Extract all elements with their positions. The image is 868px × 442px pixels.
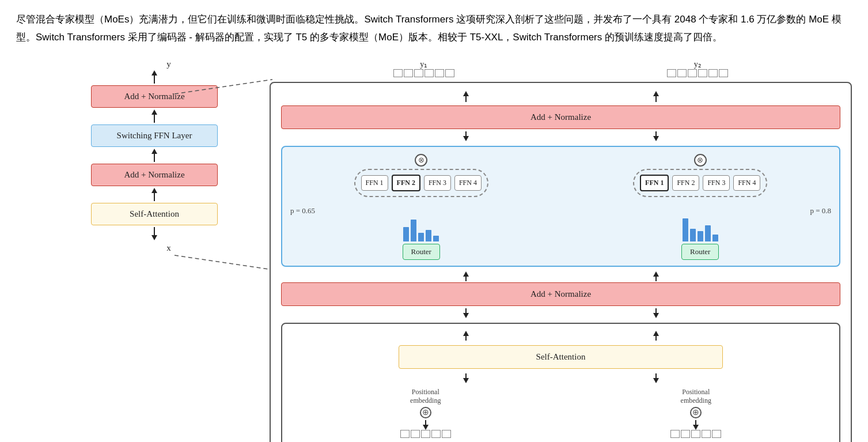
diagrams-container: y Add + Normalize Switching FFN Layer Ad… <box>16 59 852 442</box>
x1-grid <box>400 430 451 438</box>
arrow-to-bot-norm-1 <box>463 271 469 281</box>
left-arrow-2 <box>151 109 157 123</box>
bar-right-4 <box>705 225 711 241</box>
plus-circle-left: ⊕ <box>420 407 431 418</box>
bar-right-1 <box>683 218 688 241</box>
x1-cell-5 <box>442 430 451 438</box>
arrow-x2 <box>693 420 699 430</box>
y1-cell-5 <box>435 69 444 77</box>
x1-cell-3 <box>421 430 430 438</box>
x1-cell-1 <box>400 430 410 438</box>
multiply-circle-left: ⊗ <box>415 154 427 167</box>
left-arrow-5 <box>151 227 157 240</box>
ffn3-right: FFN 3 <box>703 175 730 191</box>
bar-left-4 <box>426 230 431 241</box>
right-diagram: y₁ y₂ <box>270 59 852 442</box>
right-bottom-section: Self-Attention <box>281 323 840 442</box>
bar-right-2 <box>690 229 696 241</box>
y1-cell-6 <box>445 69 454 77</box>
left-arrow-3 <box>151 149 157 162</box>
x2-grid <box>670 430 721 438</box>
y2-cell-1 <box>667 69 676 77</box>
y1-cell-1 <box>393 69 403 77</box>
ffn3-left: FFN 3 <box>424 175 451 191</box>
left-arrow-4 <box>151 188 157 201</box>
p-label-left: p = 0.65 <box>290 206 315 216</box>
p-label-right: p = 0.8 <box>810 206 831 216</box>
arrow-x1 <box>423 420 429 430</box>
y2-cell-4 <box>698 69 707 77</box>
left-add-norm-bottom: Add + Normalize <box>91 164 218 186</box>
y1-cell-3 <box>414 69 423 77</box>
left-switch-ffn: Switching FFN Layer <box>91 124 218 147</box>
bar-left-5 <box>433 236 439 241</box>
x1-cell-4 <box>431 430 441 438</box>
right-output-labels-row: y₁ y₂ <box>270 59 852 80</box>
y2-grid <box>667 69 728 77</box>
bar-right-3 <box>698 231 703 241</box>
ffn2-left: FFN 2 <box>392 175 420 191</box>
intro-text-content: 尽管混合专家模型（MoEs）充满潜力，但它们在训练和微调时面临稳定性挑战。Swi… <box>16 14 842 43</box>
left-self-att: Self-Attention <box>91 203 218 225</box>
moe-expert-group-right: ⊗ FFN 1 FFN 2 FFN 3 FFN 4 p = 0.8 <box>570 154 832 260</box>
left-diagram: y Add + Normalize Switching FFN Layer Ad… <box>16 59 264 336</box>
y2-label: y₂ <box>694 59 702 69</box>
multiply-circle-right: ⊗ <box>694 154 707 167</box>
x1-cell-2 <box>411 430 420 438</box>
svg-line-1 <box>175 255 272 270</box>
moe-expert-group-left: ⊗ FFN 1 FFN 2 FFN 3 FFN 4 p = 0.65 <box>290 154 552 260</box>
moe-box: ⊗ FFN 1 FFN 2 FFN 3 FFN 4 p = 0.65 <box>281 146 840 267</box>
arrow-from-self-att-2 <box>653 373 659 383</box>
intro-paragraph: 尽管混合专家模型（MoEs）充满潜力，但它们在训练和微调时面临稳定性挑战。Swi… <box>16 10 852 47</box>
ffn4-left: FFN 4 <box>454 175 482 191</box>
left-y-label: y <box>166 59 171 69</box>
right-self-att: Self-Attention <box>399 345 723 369</box>
y2-cell-3 <box>688 69 697 77</box>
bar-chart-left <box>403 216 439 241</box>
pos-emb-label-right: Positionalembedding <box>681 388 711 405</box>
left-x-label: x <box>166 243 171 253</box>
ffn2-right: FFN 2 <box>672 175 699 191</box>
arrow-to-top-norm-1 <box>463 91 469 102</box>
right-add-norm-bottom: Add + Normalize <box>281 282 840 306</box>
ffn-oval-right: FFN 1 FFN 2 FFN 3 FFN 4 <box>633 169 767 197</box>
pos-emb-group-right: Positionalembedding ⊕ <box>670 388 721 442</box>
pos-emb-row: Positionalembedding ⊕ <box>290 388 831 442</box>
arrow-to-top-norm-2 <box>653 91 659 102</box>
arrow-from-top-norm-2 <box>653 131 659 141</box>
router-right: Router <box>681 244 719 260</box>
y2-cell-2 <box>677 69 687 77</box>
ffn1-right: FFN 1 <box>640 175 669 191</box>
y2-group: y₂ <box>667 59 728 80</box>
right-outer-box: Add + Normalize <box>270 82 852 442</box>
y1-group: y₁ <box>393 59 454 80</box>
pos-emb-label-left: Positionalembedding <box>410 388 441 405</box>
x2-cell-2 <box>681 430 690 438</box>
bar-left-3 <box>418 233 424 241</box>
plus-circle-right: ⊕ <box>690 407 702 418</box>
y1-grid <box>393 69 454 77</box>
y1-cell-2 <box>404 69 413 77</box>
arrow-to-bot-norm-2 <box>653 271 659 281</box>
arrow-to-self-att-1 <box>463 331 469 341</box>
right-add-norm-top: Add + Normalize <box>281 105 840 129</box>
left-add-norm-top: Add + Normalize <box>91 85 218 108</box>
pos-emb-group-left: Positionalembedding ⊕ <box>400 388 451 442</box>
arrow-from-bot-norm-1 <box>463 308 469 318</box>
ffn1-left: FFN 1 <box>361 175 388 191</box>
router-left: Router <box>403 244 440 260</box>
ffn-oval-left: FFN 1 FFN 2 FFN 3 FFN 4 <box>354 169 488 197</box>
bar-chart-right <box>683 216 718 241</box>
arrow-from-top-norm-1 <box>463 131 469 141</box>
bar-right-5 <box>712 235 718 241</box>
y2-cell-6 <box>719 69 728 77</box>
x2-cell-4 <box>702 430 711 438</box>
bar-left-1 <box>403 227 409 241</box>
y2-cell-5 <box>708 69 718 77</box>
arrow-to-self-att-2 <box>653 331 659 341</box>
right-top-arrows <box>281 91 840 102</box>
left-arrow-top <box>151 70 157 84</box>
ffn4-right: FFN 4 <box>733 175 760 191</box>
arrow-from-bot-norm-2 <box>653 308 659 318</box>
y1-cell-4 <box>424 69 434 77</box>
